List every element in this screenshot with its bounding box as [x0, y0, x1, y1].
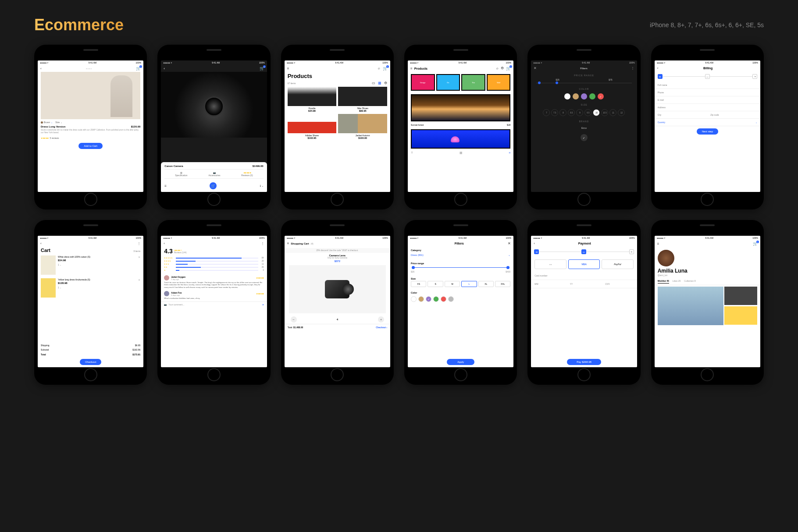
product-card[interactable]: Nike Shoes$99.95: [338, 87, 387, 112]
gallery-item[interactable]: [658, 287, 723, 325]
size-option[interactable]: S: [428, 281, 443, 287]
back-icon[interactable]: ‹: [164, 67, 165, 71]
menu-icon[interactable]: ≡: [287, 241, 289, 245]
size-option[interactable]: XXL: [495, 281, 510, 287]
color-swatch[interactable]: [411, 296, 417, 302]
category-select[interactable]: Dress (831)⌄: [411, 252, 510, 258]
tab-collection[interactable]: Collection 8: [684, 280, 695, 284]
gallery-item[interactable]: [724, 287, 757, 305]
back-icon[interactable]: ‹: [657, 66, 659, 70]
frame[interactable]: Design: [411, 74, 435, 91]
field-cvv[interactable]: CVV: [602, 280, 637, 288]
frame[interactable]: On: [436, 74, 460, 91]
more-icon[interactable]: ⋮: [261, 241, 264, 245]
frame[interactable]: Wall: [487, 74, 511, 91]
size-select[interactable]: Size ⌄: [55, 121, 62, 124]
menu-icon[interactable]: ≡: [410, 67, 413, 71]
color-swatch[interactable]: [441, 296, 446, 302]
gallery-item[interactable]: [724, 306, 757, 325]
field-phone[interactable]: Phone: [655, 89, 760, 96]
tab-specification[interactable]: ▦Specification: [175, 171, 187, 177]
list-view-icon[interactable]: ▭: [372, 81, 375, 85]
item-thumb[interactable]: [41, 278, 56, 298]
cart-icon[interactable]: 🛒2: [753, 241, 758, 246]
search-icon[interactable]: ⌕: [378, 66, 380, 71]
color-swatch[interactable]: [564, 93, 570, 99]
view-grid-icon[interactable]: ▦: [460, 151, 463, 155]
back-icon[interactable]: ‹: [40, 67, 42, 71]
pay-button[interactable]: Pay $268.98: [567, 359, 601, 365]
size-option[interactable]: 8: [559, 109, 566, 116]
apply-button[interactable]: Apply: [447, 359, 474, 365]
cart-icon[interactable]: 🛒2: [383, 66, 388, 71]
size-option-active[interactable]: L: [461, 281, 477, 287]
back-icon[interactable]: ‹: [40, 241, 42, 245]
size-option[interactable]: 12: [618, 109, 625, 116]
apply-button[interactable]: ✓: [581, 134, 588, 141]
comment-input[interactable]: Your comment...: [168, 303, 260, 306]
step-billing[interactable]: ✉: [534, 249, 539, 254]
menu-icon[interactable]: ≡: [164, 184, 167, 188]
product-card[interactable]: Jacket Autumn$100.00: [338, 114, 387, 139]
color-swatch[interactable]: [433, 296, 439, 302]
size-option[interactable]: 8.5: [568, 109, 575, 116]
send-icon[interactable]: ➤: [262, 303, 264, 306]
cart-icon[interactable]: 🛒2: [136, 66, 141, 71]
field-yy[interactable]: YY: [566, 280, 602, 288]
size-option[interactable]: M: [445, 281, 460, 287]
featured-image[interactable]: [411, 94, 510, 121]
checkout-link[interactable]: Checkout ›: [376, 326, 387, 329]
item-qty[interactable]: 1 ⌄: [58, 263, 136, 266]
size-option[interactable]: 10.5: [601, 109, 608, 116]
remove-icon[interactable]: ✕: [138, 255, 140, 259]
step-card[interactable]: ▭: [581, 249, 586, 254]
profile-avatar[interactable]: [658, 250, 674, 266]
size-option[interactable]: 7.5: [551, 109, 558, 116]
more-icon[interactable]: ⋮: [137, 241, 141, 245]
card-mastercard[interactable]: ●●: [534, 259, 566, 269]
color-swatch[interactable]: [448, 296, 454, 302]
field-address[interactable]: Address: [655, 104, 760, 111]
color-swatch-selected[interactable]: ✓: [598, 93, 604, 99]
qty-plus[interactable]: +: [378, 316, 384, 323]
product-card[interactable]: Adidas Shoes$102.95: [288, 114, 337, 139]
qty-minus[interactable]: −: [291, 316, 297, 323]
color-swatch[interactable]: [581, 93, 587, 99]
tab-wishlist[interactable]: Wishlist 45: [658, 280, 669, 284]
size-option-active[interactable]: 10: [593, 109, 600, 116]
item-qty[interactable]: 1 ⌄: [58, 286, 136, 289]
qty-selector[interactable]: 1 ⌄: [260, 184, 263, 187]
size-option[interactable]: XL: [478, 281, 494, 287]
step-done[interactable]: ⚑: [629, 249, 634, 254]
next-button[interactable]: Next step: [697, 128, 718, 135]
remove-icon[interactable]: ✕: [138, 278, 140, 281]
color-swatch[interactable]: [589, 93, 595, 99]
more-icon[interactable]: ⋮: [631, 66, 634, 70]
color-swatch[interactable]: [418, 296, 424, 302]
step-card[interactable]: ▭: [705, 74, 710, 79]
back-icon[interactable]: ‹: [164, 241, 165, 245]
step-billing[interactable]: ✉: [658, 74, 663, 79]
menu-icon[interactable]: ≡: [657, 242, 659, 246]
filter-icon[interactable]: ⚙: [501, 66, 504, 71]
back-icon[interactable]: ‹: [534, 241, 535, 245]
frame[interactable]: The: [461, 74, 485, 91]
field-card-number[interactable]: Card number: [531, 272, 637, 280]
color-swatch-selected[interactable]: ✓: [426, 296, 431, 302]
search-icon[interactable]: ⌕: [496, 66, 499, 71]
grid-view-icon[interactable]: ▦: [378, 81, 381, 85]
color-select[interactable]: Brown ⌄: [41, 121, 53, 124]
price-slider[interactable]: [536, 83, 631, 83]
field-zip[interactable]: Zip code: [707, 111, 760, 119]
product-card[interactable]: Hoodie$34.98: [288, 87, 337, 112]
size-option[interactable]: 9: [576, 109, 583, 116]
color-swatch[interactable]: [573, 93, 579, 99]
field-fullname[interactable]: Full name: [655, 82, 760, 89]
cart-icon[interactable]: 🛒2: [506, 66, 511, 71]
size-option[interactable]: 11: [609, 109, 616, 116]
camera-icon[interactable]: 📷: [164, 303, 167, 306]
card-paypal[interactable]: PayPal: [602, 259, 633, 269]
step-done[interactable]: ⚑: [752, 74, 757, 79]
field-country[interactable]: Country⌄: [655, 119, 760, 126]
size-option[interactable]: XS: [411, 281, 426, 287]
